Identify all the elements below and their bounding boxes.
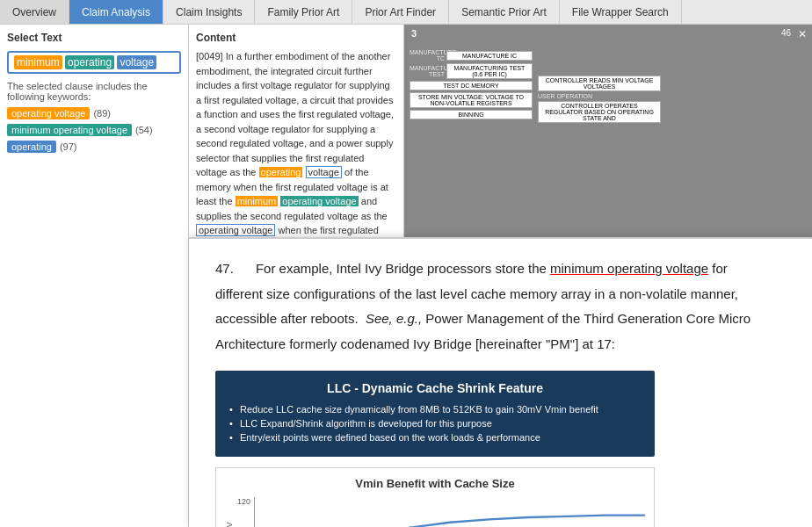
tab-claim-analysis[interactable]: Claim Analysis [69, 0, 163, 24]
flow-box-store: STORE MIN VOLTAGE: VOLTAGE TO NON-VOLATI… [410, 92, 533, 108]
flow-box-1: MANUFACTURE IC [446, 51, 533, 61]
highlight-op-voltage-2: operating voltage [280, 196, 358, 206]
flowchart-left: MANUFACTURE TC MANUFACTURE IC MANUFACTUR… [410, 49, 533, 123]
bottom-panel-text: 47. For example, Intel Ivy Bridge proces… [215, 256, 778, 357]
keyword-count-3: (97) [60, 141, 77, 152]
tab-family-prior-art[interactable]: Family Prior Art [255, 0, 352, 24]
text-line-2: different size configurations of the las… [215, 286, 738, 301]
text-part-1: In a further embodiment of the another e… [196, 51, 394, 177]
top-navigation: Overview Claim Analysis Claim Insights F… [0, 0, 812, 25]
bottom-expanded-panel: 47. For example, Intel Ivy Bridge proces… [189, 237, 812, 527]
tab-prior-art-finder[interactable]: Prior Art Finder [352, 0, 449, 24]
highlight-voltage-1: voltage [306, 166, 342, 178]
chart-container: mV 120 100 [225, 497, 645, 527]
y-label-120: 120 [237, 497, 250, 506]
close-button[interactable]: ✕ [798, 28, 807, 40]
y-axis-label: mV [225, 497, 234, 527]
left-panel: Select Text minimum operating voltage Th… [0, 25, 189, 527]
flowchart-right: CONTROLLER READS MIN VOLTAGE VOLTAGES US… [538, 49, 661, 123]
text-before-underline: For example, Intel Ivy Bridge processors… [256, 261, 550, 276]
page-number-2: 46 [781, 28, 791, 38]
flow-row-1: MANUFACTURE TC MANUFACTURE IC [410, 49, 533, 61]
y-axis-values: 120 100 [237, 497, 250, 527]
selected-text-display[interactable]: minimum operating voltage [7, 51, 181, 74]
highlight-min-1: minimum [236, 196, 279, 206]
text-after-underline: for [708, 261, 728, 276]
flow-box-binning: BINNING [410, 110, 533, 119]
flow-row-manufacturing: MANUFACTURING TEST MANUFACTURING TEST(0.… [410, 63, 533, 79]
para-id: [0049] [196, 51, 223, 61]
keyword-badge-min-op-voltage: minimum operating voltage [7, 124, 132, 136]
keywords-description: The selected clause includes the followi… [7, 81, 181, 102]
flow-label-1: MANUFACTURE TC [410, 49, 445, 61]
keyword-count-1: (89) [93, 108, 111, 119]
tab-claim-insights[interactable]: Claim Insights [163, 0, 255, 24]
content-title: Content [196, 32, 396, 44]
flow-box-controller-reads: CONTROLLER READS MIN VOLTAGE VOLTAGES [538, 76, 661, 91]
llc-bullet-1: Reduce LLC cache size dynamically from 8… [229, 404, 641, 415]
keyword-count-2: (54) [135, 125, 153, 135]
underlined-phrase: minimum operating voltage [550, 261, 708, 276]
keyword-badge-operating: operating [7, 141, 56, 153]
highlight-op-voltage-1: operating [259, 167, 303, 177]
see-eg: See, e.g., [366, 311, 422, 326]
tab-file-wrapper-search[interactable]: File Wrapper Search [560, 0, 682, 24]
flow-box-controller-op: CONTROLLER OPERATES REGULATOR BASED ON O… [538, 101, 661, 123]
tab-semantic-prior-art[interactable]: Semantic Prior Art [449, 0, 560, 24]
llc-title: LLC - Dynamic Cache Shrink Feature [229, 381, 641, 395]
flowchart-area: MANUFACTURE TC MANUFACTURE IC MANUFACTUR… [404, 44, 812, 128]
keyword-badge-operating-voltage: operating voltage [7, 107, 90, 119]
chart-plot-area [254, 497, 645, 527]
select-text-title: Select Text [7, 32, 181, 44]
keyword-item-2: minimum operating voltage (54) [7, 124, 153, 136]
keyword-list: operating voltage (89) minimum operating… [7, 107, 181, 157]
kw-operating: operating [65, 55, 114, 69]
keyword-item-1: operating voltage (89) [7, 107, 111, 119]
main-container: Select Text minimum operating voltage Th… [0, 25, 812, 527]
para-num: 47. [215, 261, 234, 276]
highlight-op-voltage-3: operating voltage [196, 224, 275, 236]
chart-svg [255, 497, 645, 527]
vmin-chart: Vmin Benefit with Cache Size mV 120 100 … [215, 467, 655, 527]
flow-box-mfg: MANUFACTURING TEST(0.6 PER IC) [446, 63, 533, 79]
llc-bullet-3: Entry/exit points were defined based on … [229, 432, 641, 443]
text-line-3: accessible after reboots. See, e.g., Pow… [215, 311, 750, 326]
kw-minimum: minimum [14, 55, 62, 69]
llc-bullet-2: LLC Expand/Shrink algorithm is developed… [229, 418, 641, 429]
tab-overview[interactable]: Overview [0, 0, 69, 24]
flow-user-op-label: USER OPERATION [538, 93, 661, 99]
kw-voltage: voltage [117, 55, 156, 69]
vmin-chart-title: Vmin Benefit with Cache Size [225, 477, 645, 490]
flow-label-mfg: MANUFACTURING TEST [410, 65, 445, 77]
keyword-item-3: operating (97) [7, 141, 76, 153]
text-line-4: Architecture formerly codenamed Ivy Brid… [215, 336, 615, 351]
llc-feature-box: LLC - Dynamic Cache Shrink Feature Reduc… [215, 371, 655, 457]
page-number-badge: 3 [411, 28, 417, 39]
flow-box-test-dc: TEST DC MEMORY [410, 81, 533, 90]
